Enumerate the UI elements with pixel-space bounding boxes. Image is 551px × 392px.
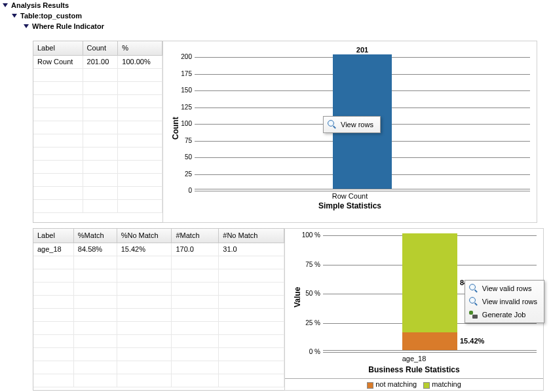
column-header[interactable]: %Match [74,229,117,243]
chevron-down-icon [12,14,17,18]
table-row [33,283,284,296]
table-row [33,335,284,348]
table-row [33,348,284,361]
cell: age_18 [33,243,74,256]
table-row [33,200,162,213]
chart-title: Business Rule Statistics [285,365,543,374]
table-row [33,174,162,187]
y-tick-label: 25 [172,170,192,178]
business-chart: Value 15.42%84.58% 0 %25 %50 %75 %100 % … [284,228,544,391]
table-row [33,95,162,108]
tree-root-label: Analysis Results [11,1,69,9]
menu-item-label: View valid rows [482,284,532,292]
y-tick-label: 50 % [297,290,320,297]
menu-view-valid-rows[interactable]: View valid rows [465,282,544,295]
column-header[interactable]: Label [33,229,74,243]
y-tick-label: 125 [172,104,192,111]
tree-table[interactable]: Table:top_custom [12,10,551,21]
menu-item-label: View invalid rows [482,298,537,305]
menu-item-label: Generate Job [482,311,526,319]
search-icon [469,284,478,293]
table-row [33,322,284,335]
y-tick-label: 25 % [297,319,320,326]
menu-generate-job[interactable]: Generate Job [465,308,544,321]
menu-view-rows[interactable]: View rows [324,118,380,131]
y-tick-label: 100 % [297,231,320,239]
search-icon [469,297,478,306]
y-tick-label: 50 [172,153,192,161]
column-header[interactable]: #No Match [219,229,284,243]
chart-legend: not matching matching [285,378,543,390]
context-menu-business: View valid rows View invalid rows Genera… [465,280,544,323]
x-category-label: age_18 [285,355,543,363]
bar-segment[interactable] [402,332,457,350]
chevron-down-icon [3,3,8,7]
simple-chart: Count 201 0255075100125150175200 Row Cou… [162,41,537,223]
y-tick-label: 100 [172,120,192,127]
column-header[interactable]: %No Match [117,229,172,243]
column-header[interactable]: Label [33,41,83,55]
cell: Row Count [33,56,83,68]
tree-indicator[interactable]: Where Rule Indicator [24,21,551,31]
table-row[interactable]: Row Count201.00100.00% [33,56,162,69]
tree-indicator-label: Where Rule Indicator [32,22,104,30]
menu-view-invalid-rows[interactable]: View invalid rows [465,295,544,308]
y-tick-label: 175 [172,70,192,77]
chart-title: Simple Statistics [163,201,537,210]
legend-item: matching [423,380,461,388]
legend-item: not matching [367,380,417,388]
y-tick-label: 75 [172,137,192,144]
menu-item-label: View rows [341,121,373,128]
y-tick-label: 75 % [297,261,320,268]
bar-segment[interactable] [402,233,457,332]
job-icon [469,310,478,319]
column-header[interactable]: % [118,41,162,55]
cell: 100.00% [118,56,162,68]
table-row [33,296,284,309]
table-row[interactable]: age_1884.58%15.42%170.031.0 [33,243,284,256]
y-tick-label: 200 [172,53,192,60]
table-row [33,134,162,147]
chevron-down-icon [24,24,29,28]
cell: 201.00 [83,56,119,68]
cell: 84.58% [74,243,117,256]
table-row [33,374,284,387]
x-category-label: Row Count [163,192,537,200]
table-row [33,161,162,174]
business-table: Label%Match%No Match#Match#No Matchage_1… [33,228,284,391]
table-row [33,256,284,269]
table-row [33,187,162,200]
tree-table-label: Table:top_custom [20,12,82,20]
table-row [33,121,162,134]
table-row [33,69,162,82]
table-row [33,147,162,161]
search-icon [328,120,337,129]
y-tick-label: 150 [172,87,192,94]
bar-segment-label: 15.42% [460,337,484,345]
simple-table: LabelCount%Row Count201.00100.00% [33,41,162,223]
cell: 15.42% [117,243,172,256]
cell: 170.0 [172,243,219,256]
column-header[interactable]: #Match [172,229,219,243]
table-row [33,269,284,283]
context-menu-simple: View rows [323,116,381,133]
cell: 31.0 [219,243,284,256]
table-row [33,309,284,322]
tree-root[interactable]: Analysis Results [3,0,551,10]
table-row [33,361,284,374]
column-header[interactable]: Count [83,41,119,55]
bar-value-label: 201 [195,46,530,54]
table-row [33,82,162,95]
table-row [33,108,162,121]
